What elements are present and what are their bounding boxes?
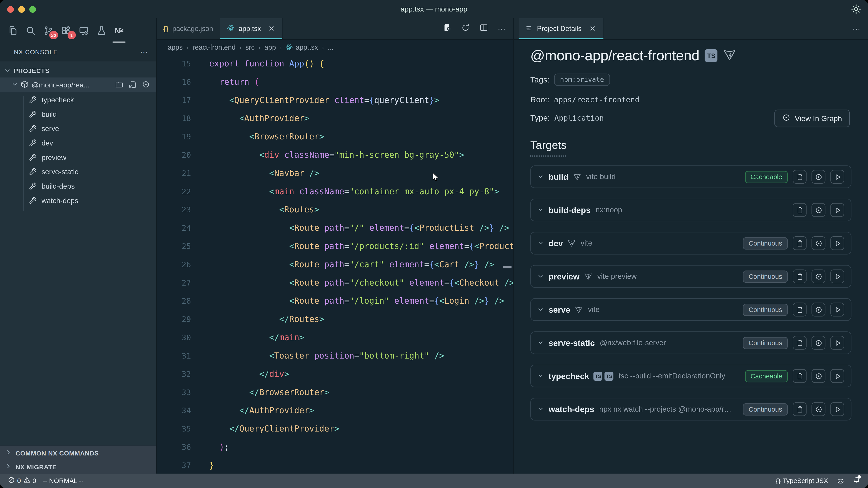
activity-item-nx-console[interactable]: N≥ (111, 21, 127, 40)
breadcrumb-item[interactable]: app.tsx (286, 43, 318, 51)
chevron-down-icon[interactable] (537, 373, 544, 379)
problems-indicator[interactable]: 0 0 (8, 477, 36, 485)
code-line-15[interactable]: 15export function App() { (157, 55, 513, 73)
target-command: @nx/web:file-server (600, 339, 738, 347)
run-task-button[interactable] (830, 170, 844, 184)
code-line-31[interactable]: 31 <Toaster position="bottom-right" /> (157, 347, 513, 365)
activity-item-source-control[interactable]: 32 (40, 21, 56, 40)
tree-item-project[interactable]: @mono-app/rea... (0, 77, 156, 92)
copy-task-button[interactable] (793, 203, 807, 217)
breadcrumb-item[interactable]: app (265, 43, 276, 51)
refresh-icon[interactable] (461, 23, 470, 34)
code-line-25[interactable]: 25 <Route path="/products/:id" element={… (157, 237, 513, 256)
reveal-folder-icon[interactable] (115, 80, 123, 90)
copy-task-button[interactable] (793, 236, 807, 250)
code-line-20[interactable]: 20 <div className="min-h-screen bg-gray-… (157, 146, 513, 164)
activity-item-remote-explorer[interactable] (75, 21, 92, 40)
common-nx-commands-section[interactable]: COMMON NX COMMANDS (0, 446, 156, 460)
activity-item-testing[interactable] (93, 21, 110, 40)
projects-section-header[interactable]: PROJECTS (0, 64, 156, 77)
code-line-28[interactable]: 28 <Route path="/login" element={<Login … (157, 292, 513, 311)
run-task-button[interactable] (830, 336, 844, 350)
copy-task-button[interactable] (793, 336, 807, 350)
code-line-18[interactable]: 18 <AuthProvider> (157, 109, 513, 128)
code-line-21[interactable]: 21 <Navbar /> (157, 164, 513, 183)
run-task-button[interactable] (830, 236, 844, 250)
view-task-button[interactable] (811, 203, 825, 217)
code-line-24[interactable]: 24 <Route path="/" element={<ProductList… (157, 219, 513, 237)
chevron-right-icon (5, 449, 11, 457)
code-line-30[interactable]: 30 </main> (157, 329, 513, 347)
breadcrumb-item[interactable]: apps (168, 43, 183, 51)
chevron-down-icon[interactable] (537, 207, 544, 213)
tab-app-tsx[interactable]: app.tsx (220, 18, 283, 39)
run-task-button[interactable] (830, 369, 844, 383)
view-task-button[interactable] (811, 303, 825, 317)
chevron-down-icon[interactable] (537, 240, 544, 246)
code-line-22[interactable]: 22 <main className="container mx-auto px… (157, 183, 513, 201)
run-task-button[interactable] (830, 203, 844, 217)
code-editor[interactable]: 15export function App() {16 return (17 <… (157, 55, 513, 474)
copy-task-button[interactable] (793, 170, 807, 184)
editor-more-actions-icon[interactable]: ⋯ (498, 24, 506, 33)
run-task-button[interactable] (830, 303, 844, 317)
sidebar-more-actions-icon[interactable]: ⋯ (140, 48, 149, 57)
view-task-button[interactable] (811, 269, 825, 283)
code-line-34[interactable]: 34 </AuthProvider> (157, 402, 513, 420)
breadcrumb-item[interactable]: src (246, 43, 255, 51)
code-line-36[interactable]: 36 ); (157, 438, 513, 457)
view-task-button[interactable] (811, 369, 825, 383)
activity-item-search[interactable] (22, 21, 39, 40)
run-task-button[interactable] (830, 269, 844, 283)
copy-task-button[interactable] (793, 402, 807, 416)
copy-task-button[interactable] (793, 369, 807, 383)
view-task-button[interactable] (811, 236, 825, 250)
settings-gear-icon[interactable] (851, 4, 862, 14)
code-line-27[interactable]: 27 <Route path="/checkout" element={<Che… (157, 274, 513, 292)
chevron-down-icon[interactable] (537, 273, 544, 280)
nx-migrate-section[interactable]: NX MIGRATE (0, 460, 156, 474)
code-line-16[interactable]: 16 return ( (157, 73, 513, 91)
chevron-down-icon[interactable] (537, 306, 544, 313)
copy-task-button[interactable] (793, 303, 807, 317)
chevron-down-icon[interactable] (537, 340, 544, 346)
tab-project-details[interactable]: Project Details (519, 18, 604, 39)
code-line-29[interactable]: 29 </Routes> (157, 311, 513, 329)
breadcrumb[interactable]: apps›react-frontend›src›app›app.tsx›... (157, 40, 513, 55)
view-task-button[interactable] (811, 402, 825, 416)
code-line-19[interactable]: 19 <BrowserRouter> (157, 128, 513, 146)
close-tab-icon[interactable] (268, 25, 276, 33)
view-task-button[interactable] (811, 170, 825, 184)
code-line-33[interactable]: 33 </BrowserRouter> (157, 383, 513, 402)
language-mode[interactable]: {} TypeScript JSX (776, 477, 828, 485)
goto-config-icon[interactable] (128, 80, 137, 90)
focus-project-icon[interactable] (142, 80, 150, 90)
view-in-graph-button[interactable]: View In Graph (774, 109, 850, 127)
copilot-icon[interactable] (837, 477, 844, 484)
run-task-button[interactable] (830, 402, 844, 416)
run-config-icon[interactable] (443, 23, 452, 34)
panel-more-actions-icon[interactable]: ⋯ (852, 24, 861, 33)
vim-mode-indicator[interactable]: -- NORMAL -- (43, 477, 84, 485)
activity-item-explorer[interactable] (4, 21, 21, 40)
code-line-37[interactable]: 37} (157, 456, 513, 474)
target-card-list: buildvite buildCacheablebuild-depsnx:noo… (530, 165, 851, 420)
code-line-17[interactable]: 17 <QueryClientProvider client={queryCli… (157, 91, 513, 109)
view-task-button[interactable] (811, 336, 825, 350)
split-editor-icon[interactable] (479, 23, 488, 34)
breadcrumb-item[interactable]: ... (328, 43, 334, 51)
close-tab-icon[interactable] (589, 25, 596, 33)
chevron-down-icon[interactable] (537, 174, 544, 180)
copy-task-button[interactable] (793, 269, 807, 283)
code-line-23[interactable]: 23 <Routes> (157, 201, 513, 219)
tab-package-json[interactable]: {} package.json (157, 18, 220, 39)
chevron-down-icon[interactable] (537, 406, 544, 412)
code-line-26[interactable]: 26 <Route path="/cart" element={<Cart />… (157, 256, 513, 274)
activity-item-extensions[interactable]: 1 (58, 21, 74, 40)
vscode-window: app.tsx — mono-app 321N≥ NX CONSOLE ⋯ PR… (0, 0, 868, 488)
code-line-32[interactable]: 32 </div> (157, 365, 513, 383)
code-line-35[interactable]: 35 </QueryClientProvider> (157, 420, 513, 438)
notifications-bell[interactable] (853, 477, 860, 485)
breadcrumb-item[interactable]: react-frontend (193, 43, 236, 51)
activity-bar: 321N≥ (0, 18, 156, 43)
